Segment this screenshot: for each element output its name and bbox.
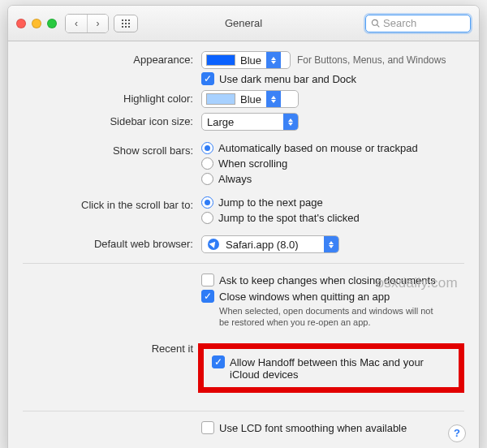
help-icon: ? xyxy=(454,427,460,439)
chevron-left-icon: ‹ xyxy=(75,18,78,29)
handoff-checkbox[interactable] xyxy=(212,355,225,368)
show-all-button[interactable] xyxy=(114,15,138,32)
search-icon xyxy=(371,19,380,28)
separator xyxy=(23,263,464,264)
lcd-smoothing-checkbox[interactable] xyxy=(201,421,214,434)
highlight-dropdown[interactable]: Blue xyxy=(201,90,299,108)
sidebar-size-label: Sidebar icon size: xyxy=(23,113,201,127)
nav-back-forward: ‹ › xyxy=(65,14,109,33)
click-spot-radio[interactable] xyxy=(201,212,213,224)
prefs-window: ‹ › General Search osxdaily.com Appearan… xyxy=(7,5,480,448)
search-input[interactable]: Search xyxy=(365,15,471,32)
svg-line-1 xyxy=(377,25,380,28)
content: osxdaily.com Appearance: Blue For Button… xyxy=(8,41,479,448)
svg-point-0 xyxy=(372,19,377,25)
updown-icon xyxy=(266,52,281,68)
browser-dropdown[interactable]: Safari.app (8.0) xyxy=(201,235,339,253)
handoff-highlight-box: Allow Handoff between this Mac and your … xyxy=(198,343,464,393)
sidebar-size-value: Large xyxy=(202,116,239,128)
updown-icon xyxy=(266,91,281,107)
titlebar: ‹ › General Search xyxy=(8,6,479,41)
separator xyxy=(23,411,464,411)
forward-button[interactable]: › xyxy=(87,15,108,32)
close-windows-checkbox[interactable] xyxy=(201,290,214,303)
dark-menu-label: Use dark menu bar and Dock xyxy=(219,72,356,85)
click-spot-label: Jump to the spot that's clicked xyxy=(218,212,360,224)
close-windows-note: When selected, open documents and window… xyxy=(201,306,437,329)
handoff-label: Allow Handoff between this Mac and your … xyxy=(230,355,450,381)
sidebar-size-dropdown[interactable]: Large xyxy=(201,113,299,131)
ask-changes-checkbox[interactable] xyxy=(201,274,214,286)
appearance-hint: For Buttons, Menus, and Windows xyxy=(297,54,446,66)
help-button[interactable]: ? xyxy=(448,424,466,442)
appearance-swatch-icon xyxy=(206,54,235,66)
lcd-smoothing-label: Use LCD font smoothing when available xyxy=(219,421,407,434)
click-page-radio[interactable] xyxy=(201,196,213,209)
chevron-right-icon: › xyxy=(97,18,100,29)
browser-value: Safari.app (8.0) xyxy=(221,239,304,251)
scroll-auto-label: Automatically based on mouse or trackpad xyxy=(218,142,418,154)
recent-label: Recent it xyxy=(23,340,201,355)
minimize-window-button[interactable] xyxy=(32,19,41,28)
appearance-dropdown[interactable]: Blue xyxy=(201,51,291,69)
scroll-scrolling-label: When scrolling xyxy=(218,157,287,170)
safari-icon xyxy=(206,237,221,252)
window-controls xyxy=(16,19,57,28)
browser-label: Default web browser: xyxy=(23,235,201,250)
appearance-value: Blue xyxy=(235,54,266,67)
scroll-always-label: Always xyxy=(218,173,252,185)
scroll-always-radio[interactable] xyxy=(201,173,213,185)
grid-icon xyxy=(121,19,131,28)
scrollbars-label: Show scroll bars: xyxy=(23,142,201,157)
highlight-value: Blue xyxy=(235,93,266,106)
scroll-scrolling-radio[interactable] xyxy=(201,157,213,170)
appearance-label: Appearance: xyxy=(23,51,201,66)
zoom-window-button[interactable] xyxy=(47,19,57,28)
click-page-label: Jump to the next page xyxy=(218,196,323,209)
ask-changes-label: Ask to keep changes when closing documen… xyxy=(219,274,436,286)
close-window-button[interactable] xyxy=(16,19,26,28)
highlight-label: Highlight color: xyxy=(23,90,201,105)
highlight-swatch-icon xyxy=(206,93,235,105)
dark-menu-checkbox[interactable] xyxy=(201,72,214,85)
scroll-auto-radio[interactable] xyxy=(201,142,213,154)
search-placeholder: Search xyxy=(383,17,416,29)
close-windows-label: Close windows when quitting an app xyxy=(219,290,390,303)
updown-icon xyxy=(283,114,298,130)
updown-icon xyxy=(324,236,338,252)
click-label: Click in the scroll bar to: xyxy=(23,196,201,211)
back-button[interactable]: ‹ xyxy=(66,15,87,32)
